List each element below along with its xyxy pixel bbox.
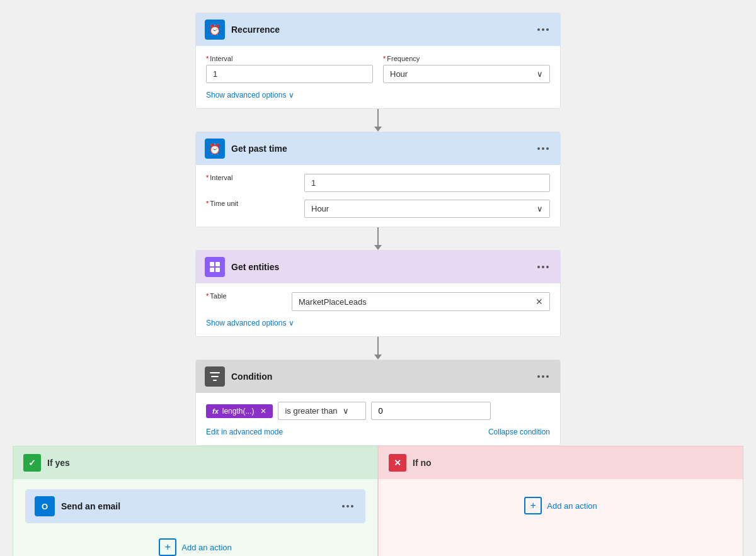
recurrence-icon: ⏰	[205, 20, 225, 40]
chevron-down-icon-5: ∨	[343, 406, 349, 416]
condition-tag[interactable]: fx length(...) ✕	[206, 404, 273, 418]
arrow-line-2	[377, 227, 379, 245]
gpt-interval-row: *Interval	[206, 174, 550, 192]
table-clear-button[interactable]: ✕	[536, 297, 543, 307]
condition-card: Condition fx length(...) ✕ is greater th…	[195, 360, 561, 446]
table-label-text: Table	[210, 292, 226, 300]
branch-no: ✕ If no + Add an action	[378, 446, 743, 556]
branch-yes: ✓ If yes O Send an email	[13, 446, 378, 556]
arrow-2	[374, 227, 382, 250]
condition-body: fx length(...) ✕ is greater than ∨ Edit …	[196, 393, 560, 445]
condition-expression-row: fx length(...) ✕ is greater than ∨	[206, 402, 550, 420]
svg-rect-2	[210, 268, 214, 272]
flow-canvas: ⏰ Recurrence *Interval *Frequency	[13, 13, 743, 556]
gpt-interval-label-group: *Interval	[206, 174, 294, 181]
condition-links-row: Edit in advanced mode Collapse condition	[206, 428, 550, 436]
gpt-timeunit-select-group: Hour ∨	[304, 200, 550, 218]
chevron-down-icon-3: ∨	[537, 204, 543, 213]
condition-menu-button[interactable]	[535, 373, 551, 380]
condition-tag-label: length(...)	[222, 407, 255, 416]
recurrence-header: ⏰ Recurrence	[196, 13, 560, 46]
arrow-line-1	[377, 109, 379, 127]
recurrence-title: Recurrence	[231, 25, 529, 35]
arrow-3	[374, 337, 382, 360]
send-email-title: Send an email	[61, 501, 333, 511]
recurrence-card: ⏰ Recurrence *Interval *Frequency	[195, 13, 561, 109]
branch-yes-header: ✓ If yes	[13, 446, 377, 479]
add-action-yes-button[interactable]: + Add an action	[159, 538, 232, 556]
get-entities-show-advanced[interactable]: Show advanced options ∨	[206, 319, 550, 327]
frequency-group: *Frequency Hour ∨	[383, 55, 550, 83]
gpt-timeunit-label: *Time unit	[206, 200, 294, 207]
branch-no-icon: ✕	[389, 454, 406, 472]
table-label-group: *Table	[206, 292, 282, 300]
condition-title: Condition	[231, 372, 529, 382]
table-select[interactable]: MarketPlaceLeads ✕	[292, 292, 550, 311]
table-label: *Table	[206, 292, 282, 300]
edit-advanced-mode-link[interactable]: Edit in advanced mode	[206, 428, 283, 436]
dot2	[542, 28, 544, 31]
add-icon-no: +	[524, 497, 542, 514]
branch-yes-body: O Send an email + Add an action	[13, 479, 377, 556]
svg-rect-4	[210, 372, 220, 373]
dot1	[537, 28, 540, 31]
frequency-label-text: Frequency	[387, 55, 420, 62]
dot3	[546, 28, 549, 31]
clock-icon-2: ⏰	[209, 143, 221, 155]
required-star: *	[206, 55, 209, 62]
recurrence-menu-button[interactable]	[535, 26, 551, 33]
send-email-menu-button[interactable]	[340, 502, 356, 510]
outlook-letter-icon: O	[42, 502, 48, 511]
get-past-time-menu-button[interactable]	[535, 145, 551, 152]
send-email-header: O Send an email	[26, 490, 365, 523]
arrow-head-3	[374, 355, 382, 360]
recurrence-show-advanced[interactable]: Show advanced options ∨	[206, 91, 550, 99]
interval-input[interactable]	[206, 65, 373, 83]
arrow-1	[374, 109, 382, 132]
condition-value-input[interactable]	[371, 402, 491, 420]
branch-no-body: + Add an action	[379, 479, 743, 525]
interval-label-text: Interval	[210, 55, 232, 62]
outlook-icon: O	[35, 496, 55, 516]
svg-rect-5	[211, 376, 219, 377]
add-action-yes-label: Add an action	[181, 543, 232, 552]
svg-rect-0	[210, 262, 214, 266]
table-select-group: MarketPlaceLeads ✕	[292, 292, 550, 311]
branch-yes-label: If yes	[47, 458, 70, 468]
get-entities-body: *Table MarketPlaceLeads ✕ Show advanced …	[196, 283, 560, 336]
table-value: MarketPlaceLeads	[299, 297, 367, 307]
clock-icon: ⏰	[209, 24, 221, 36]
get-entities-icon	[205, 257, 225, 277]
tag-close-button[interactable]: ✕	[260, 407, 266, 416]
plus-icon-no: +	[530, 500, 536, 511]
condition-header: Condition	[196, 360, 560, 393]
add-action-no-button[interactable]: + Add an action	[524, 497, 597, 514]
gpt-timeunit-row: *Time unit Hour ∨	[206, 200, 550, 218]
interval-group: *Interval	[206, 55, 373, 83]
collapse-condition-link[interactable]: Collapse condition	[488, 428, 550, 436]
gpt-timeunit-label-group: *Time unit	[206, 200, 294, 207]
gpt-interval-input[interactable]	[304, 174, 550, 192]
get-past-time-body: *Interval *Time unit Hour ∨	[196, 165, 560, 227]
get-entities-menu-button[interactable]	[535, 263, 551, 271]
frequency-select[interactable]: Hour ∨	[383, 65, 550, 83]
send-email-card: O Send an email	[25, 489, 365, 523]
get-entities-title: Get entities	[231, 262, 529, 272]
gpt-interval-input-group	[304, 174, 550, 192]
chevron-down-icon-4: ∨	[289, 319, 294, 327]
condition-filter-icon	[209, 371, 220, 382]
frequency-value: Hour	[390, 69, 408, 79]
checkmark-icon: ✓	[28, 458, 36, 468]
gpt-interval-label: *Interval	[206, 174, 294, 181]
gpt-timeunit-select[interactable]: Hour ∨	[304, 200, 550, 218]
arrow-line-3	[377, 337, 379, 355]
get-past-time-title: Get past time	[231, 144, 529, 154]
svg-rect-1	[215, 262, 220, 266]
chevron-down-icon2: ∨	[289, 91, 294, 99]
condition-operator-select[interactable]: is greater than ∨	[278, 402, 366, 420]
gpt-timeunit-label-text: Time unit	[210, 200, 238, 207]
chevron-down-icon: ∨	[537, 69, 543, 79]
recurrence-form-row: *Interval *Frequency Hour ∨	[206, 55, 550, 83]
frequency-label: *Frequency	[383, 55, 550, 62]
gpt-interval-label-text: Interval	[210, 174, 232, 181]
